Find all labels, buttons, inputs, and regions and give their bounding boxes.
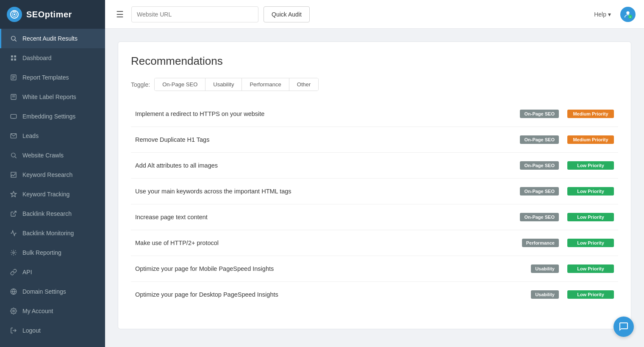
sidebar-item-label: Backlink Research (22, 210, 72, 217)
priority-badge: Medium Priority (567, 110, 614, 118)
brand-name: SEOptimer (26, 10, 72, 19)
sidebar-item-backlink-research[interactable]: Backlink Research (0, 204, 105, 223)
svg-line-18 (15, 157, 17, 158)
category-badge: Performance (522, 239, 559, 247)
api-icon (10, 268, 17, 276)
svg-rect-6 (14, 58, 16, 61)
recommendation-item: Add Alt attributes to all images On-Page… (131, 153, 618, 179)
sidebar: SEOptimer Recent Audit Results Dashboard… (0, 0, 105, 347)
sidebar-item-label: Recent Audit Results (22, 35, 78, 42)
report-templates-icon (10, 74, 17, 81)
quick-audit-button[interactable]: Quick Audit (264, 6, 310, 22)
sidebar-item-white-label[interactable]: White Label Reports (0, 87, 105, 107)
sidebar-item-website-crawls[interactable]: Website Crawls (0, 146, 105, 165)
sidebar-item-logout[interactable]: Logout (0, 321, 105, 340)
svg-rect-14 (11, 114, 16, 118)
sidebar-item-label: Logout (22, 327, 41, 334)
sidebar-item-label: Dashboard (22, 55, 52, 61)
sidebar-item-label: Keyword Tracking (22, 191, 69, 198)
sidebar-item-keyword-tracking[interactable]: Keyword Tracking (0, 185, 105, 204)
logo-icon (7, 7, 22, 22)
recommendation-text: Increase page text content (135, 214, 511, 220)
svg-point-28 (13, 310, 14, 312)
recommendation-item: Implement a redirect to HTTPS on your we… (131, 101, 618, 127)
sidebar-item-recent-audit[interactable]: Recent Audit Results (0, 29, 105, 48)
content-card: Recommendations Toggle: On-Page SEOUsabi… (118, 41, 631, 329)
sidebar-item-domain-settings[interactable]: Domain Settings (0, 282, 105, 301)
sidebar-logo: SEOptimer (0, 0, 105, 29)
recommendation-text: Use your main keywords across the import… (135, 188, 511, 195)
svg-point-25 (13, 252, 14, 253)
recommendation-text: Remove Duplicate H1 Tags (135, 136, 511, 143)
dashboard-icon (10, 54, 17, 62)
category-badge: Usability (531, 290, 559, 299)
sidebar-item-label: Backlink Monitoring (22, 230, 74, 237)
website-crawls-icon (10, 151, 17, 159)
recommendation-item: Remove Duplicate H1 Tags On-Page SEO Med… (131, 127, 618, 153)
recommendation-text: Implement a redirect to HTTPS on your we… (135, 110, 511, 117)
recommendation-item: Use your main keywords across the import… (131, 179, 618, 204)
priority-badge: Low Priority (567, 264, 614, 273)
category-badge: Usability (531, 264, 559, 273)
recommendation-text: Optimize your page for Mobile PageSpeed … (135, 265, 522, 272)
sidebar-item-label: Leads (22, 132, 39, 139)
content-area: Recommendations Toggle: On-Page SEOUsabi… (105, 29, 644, 347)
sidebar-nav: Recent Audit Results Dashboard Report Te… (0, 29, 105, 347)
tab-performance[interactable]: Performance (242, 78, 289, 91)
sidebar-item-report-templates[interactable]: Report Templates (0, 68, 105, 87)
help-label: Help (594, 11, 606, 18)
recommendation-item: Optimize your page for Mobile PageSpeed … (131, 256, 618, 282)
recommendation-item: Increase page text content On-Page SEO L… (131, 204, 618, 230)
svg-rect-3 (11, 55, 13, 58)
svg-rect-5 (11, 58, 13, 61)
svg-rect-4 (14, 55, 16, 58)
svg-rect-19 (11, 172, 16, 177)
tab-other[interactable]: Other (289, 78, 319, 91)
sidebar-item-my-account[interactable]: My Account (0, 301, 105, 321)
embedding-icon (10, 113, 17, 120)
domain-settings-icon (10, 288, 17, 295)
recommendation-item: Optimize your page for Desktop PageSpeed… (131, 282, 618, 307)
menu-button[interactable]: ☰ (114, 7, 126, 22)
toggle-tabs: On-Page SEOUsabilityPerformanceOther (154, 78, 319, 91)
category-badge: On-Page SEO (520, 187, 559, 196)
svg-point-17 (11, 153, 15, 157)
sidebar-item-label: Bulk Reporting (22, 249, 61, 256)
recommendations-list: Implement a redirect to HTTPS on your we… (131, 101, 618, 307)
sidebar-item-label: Report Templates (22, 74, 69, 81)
recent-audit-icon (10, 35, 17, 42)
recommendation-text: Add Alt attributes to all images (135, 162, 511, 169)
sidebar-item-embedding[interactable]: Embedding Settings (0, 107, 105, 126)
sidebar-item-leads[interactable]: Leads (0, 126, 105, 146)
tab-on-page-seo[interactable]: On-Page SEO (155, 78, 205, 91)
leads-icon (10, 132, 17, 140)
chevron-down-icon: ▾ (608, 11, 611, 18)
topbar: ☰ Quick Audit Help ▾ + (105, 0, 644, 29)
toggle-bar: Toggle: On-Page SEOUsabilityPerformanceO… (131, 78, 618, 91)
white-label-icon (10, 93, 17, 101)
sidebar-item-keyword-research[interactable]: Keyword Research (0, 165, 105, 185)
sidebar-item-label: API (22, 269, 32, 275)
help-button[interactable]: Help ▾ (590, 8, 615, 20)
sidebar-item-dashboard[interactable]: Dashboard (0, 48, 105, 68)
category-badge: On-Page SEO (520, 213, 559, 221)
recommendation-item: Make use of HTTP/2+ protocol Performance… (131, 230, 618, 256)
category-badge: On-Page SEO (520, 161, 559, 170)
priority-badge: Low Priority (567, 187, 614, 196)
sidebar-item-backlink-monitoring[interactable]: Backlink Monitoring (0, 223, 105, 243)
chat-bubble[interactable] (613, 317, 634, 337)
user-avatar[interactable]: + (620, 7, 636, 22)
sidebar-item-label: Domain Settings (22, 288, 66, 295)
svg-line-22 (14, 174, 15, 176)
sidebar-item-bulk-reporting[interactable]: Bulk Reporting (0, 243, 105, 262)
tab-usability[interactable]: Usability (205, 78, 242, 91)
priority-badge: Low Priority (567, 239, 614, 247)
sidebar-item-api[interactable]: API (0, 262, 105, 282)
priority-badge: Low Priority (567, 161, 614, 170)
priority-badge: Low Priority (567, 213, 614, 221)
category-badge: On-Page SEO (520, 135, 559, 144)
recommendation-text: Optimize your page for Desktop PageSpeed… (135, 291, 522, 298)
bulk-reporting-icon (10, 249, 17, 256)
url-input[interactable] (131, 6, 258, 22)
svg-line-2 (15, 40, 17, 41)
